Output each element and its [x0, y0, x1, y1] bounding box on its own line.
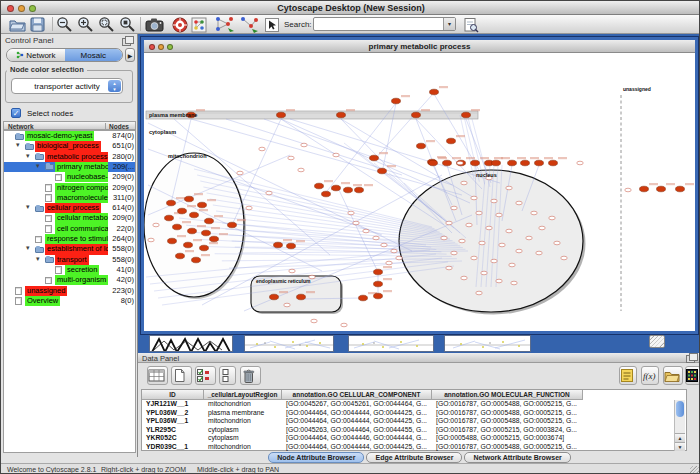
network-node-selected[interactable]: [192, 257, 201, 263]
column-header[interactable]: ID: [142, 390, 204, 400]
network-node[interactable]: [526, 236, 532, 240]
network-node[interactable]: [471, 196, 477, 200]
tree-row-cellular-process[interactable]: ▾cellular process614(0): [4, 203, 136, 213]
network-node-selected[interactable]: [205, 218, 214, 224]
attribute-table-button[interactable]: [147, 366, 168, 385]
network-node[interactable]: [266, 191, 272, 195]
select-nodes-checkbox[interactable]: ✓: [11, 108, 21, 118]
network-node[interactable]: [506, 186, 512, 190]
network-node[interactable]: [363, 229, 369, 233]
disclosure-triangle-icon[interactable]: ▾: [26, 243, 30, 253]
disclosure-triangle-icon[interactable]: ▾: [16, 140, 20, 150]
disclosure-triangle-icon[interactable]: ▾: [36, 254, 40, 264]
tree-row-metabolic-process[interactable]: ▾metabolic process280(0): [4, 152, 136, 162]
network-node[interactable]: [459, 239, 465, 243]
table-row[interactable]: YJR121W__1mitochondrion[GO:0045267, GO:0…: [142, 400, 670, 409]
zoom-selected-button[interactable]: [119, 16, 138, 33]
network-node[interactable]: [237, 171, 243, 175]
network-node-selected[interactable]: [370, 155, 379, 161]
network-node[interactable]: [386, 261, 392, 265]
network-node-selected[interactable]: [185, 196, 194, 202]
snapshot-button[interactable]: [145, 16, 166, 33]
network-node-selected[interactable]: [471, 160, 480, 166]
window-titlebar[interactable]: Cytoscape Desktop (New Session): [1, 1, 700, 15]
network-node-selected[interactable]: [521, 160, 530, 166]
background-window[interactable]: [348, 335, 434, 352]
scrollbar-thumb[interactable]: [676, 401, 684, 417]
network-node[interactable]: [516, 249, 522, 253]
disclosure-triangle-icon[interactable]: ▾: [26, 151, 30, 161]
network-node[interactable]: [301, 143, 307, 147]
network-node-selected[interactable]: [297, 294, 306, 300]
table-scrollbar[interactable]: ▲ ▼: [674, 400, 685, 451]
network-node-selected[interactable]: [167, 200, 176, 206]
network-node-selected[interactable]: [378, 168, 387, 174]
network-node[interactable]: [333, 153, 339, 157]
network-window-titlebar[interactable]: primary metabolic process: [144, 40, 695, 53]
tree-row-establishment-of-lo[interactable]: ▾establishment of lo558(0): [4, 244, 136, 254]
network-node-selected[interactable]: [210, 236, 219, 242]
network-node-selected[interactable]: [462, 112, 471, 118]
scroll-down-button[interactable]: ▼: [675, 442, 685, 451]
network-node[interactable]: [353, 221, 359, 225]
table-row[interactable]: YKR052Ccytoplasm[GO:0044464, GO:0044446,…: [142, 434, 670, 443]
network-node-selected[interactable]: [315, 183, 324, 189]
network-node[interactable]: [298, 168, 304, 172]
network-node-selected[interactable]: [374, 269, 383, 275]
network-node[interactable]: [446, 221, 452, 225]
network-node-selected[interactable]: [228, 222, 237, 228]
network-node[interactable]: [259, 147, 265, 151]
network-node-selected[interactable]: [429, 160, 438, 166]
network-node-selected[interactable]: [640, 186, 649, 192]
tree-row-nucleobase-[interactable]: nucleobase-209(0): [4, 172, 136, 182]
disclosure-triangle-icon[interactable]: ▾: [26, 202, 30, 212]
background-window[interactable]: [244, 335, 334, 352]
network-node-selected[interactable]: [374, 281, 383, 287]
open-session-button[interactable]: [9, 16, 28, 33]
network-node-selected[interactable]: [676, 186, 685, 192]
network-node-selected[interactable]: [549, 160, 558, 166]
network-node[interactable]: [461, 276, 467, 280]
apply-preferred-layout-button[interactable]: [239, 16, 262, 33]
network-node-selected[interactable]: [359, 295, 368, 301]
network-node[interactable]: [531, 211, 537, 215]
tab-network[interactable]: Network: [7, 49, 65, 61]
tab-edge-attribute-browser[interactable]: Edge Attribute Browser: [366, 452, 462, 463]
tab-scroll-arrow[interactable]: ▶: [125, 48, 135, 62]
tree-row-transport[interactable]: ▾transport558(0): [4, 255, 136, 265]
tab-node-attribute-browser[interactable]: Node Attribute Browser: [268, 452, 364, 463]
tree-row-nitrogen-compo[interactable]: nitrogen compo209(0): [4, 183, 136, 193]
tree-row-mosaic-demo-yeast[interactable]: mosaic-demo-yeast874(0): [4, 131, 136, 141]
table-row[interactable]: YDR039C__1mitochondrion[GO:0044464, GO:0…: [142, 443, 670, 452]
network-node-selected[interactable]: [190, 212, 199, 218]
apply-layout-button[interactable]: [214, 16, 237, 33]
network-node-selected[interactable]: [508, 160, 517, 166]
network-node[interactable]: [509, 263, 515, 267]
network-node-selected[interactable]: [173, 224, 182, 230]
network-manager-button[interactable]: [191, 16, 210, 33]
network-node-selected[interactable]: [287, 243, 296, 249]
network-node[interactable]: [491, 199, 497, 203]
table-row[interactable]: YLR295Ccytoplasm[GO:0045263, GO:0044464,…: [142, 426, 670, 435]
float-panel-icon[interactable]: [686, 355, 695, 363]
network-node[interactable]: [625, 188, 631, 192]
network-node-selected[interactable]: [176, 253, 185, 259]
select-all-attributes-button[interactable]: [195, 366, 216, 385]
table-row[interactable]: YPL036W__2plasma membrane[GO:0044464, GO…: [142, 409, 670, 418]
network-node[interactable]: [457, 161, 463, 165]
network-node[interactable]: [391, 249, 397, 253]
network-node-selected[interactable]: [270, 294, 279, 300]
network-node[interactable]: [148, 238, 154, 242]
advanced-search-button[interactable]: [463, 16, 483, 33]
network-node[interactable]: [441, 236, 447, 240]
network-node-selected[interactable]: [355, 187, 364, 193]
network-node-selected[interactable]: [198, 202, 207, 208]
tree-header-network[interactable]: Network: [8, 123, 34, 130]
search-input[interactable]: ▾: [313, 17, 456, 31]
table-row[interactable]: YPL036W__1mitochondrion[GO:0044464, GO:0…: [142, 417, 670, 426]
tree-row-overview[interactable]: Overview8(0): [4, 296, 136, 306]
network-node-selected[interactable]: [492, 160, 501, 166]
network-node[interactable]: [466, 223, 472, 227]
network-node[interactable]: [479, 241, 485, 245]
network-node[interactable]: [153, 223, 159, 227]
